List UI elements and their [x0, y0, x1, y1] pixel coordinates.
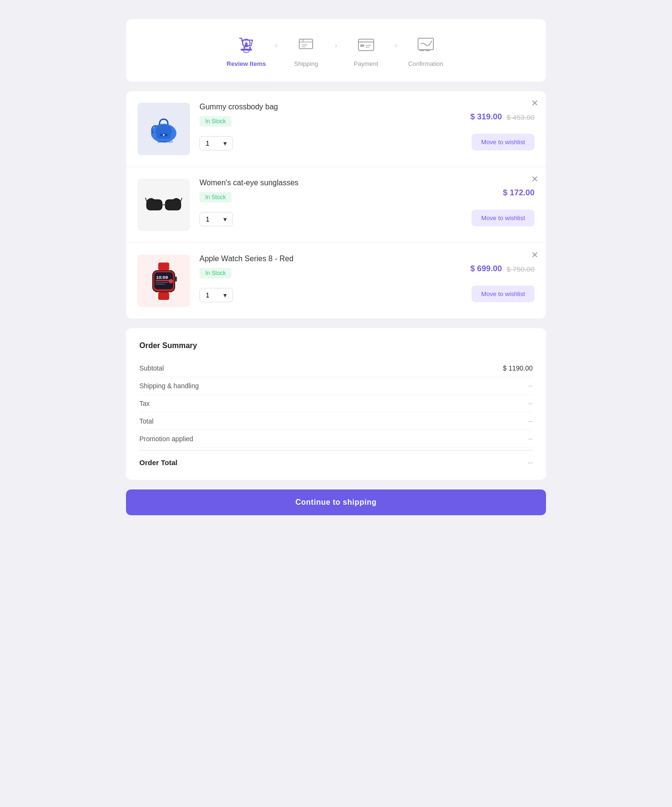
step-payment[interactable]: Payment	[342, 33, 390, 67]
item-1-price-group: $ 319.00 $ 453.00	[470, 112, 535, 122]
item-3-remove-btn[interactable]: ✕	[531, 251, 538, 259]
step-confirmation-label: Confirmation	[408, 60, 443, 67]
svg-rect-7	[360, 44, 364, 47]
svg-rect-26	[175, 276, 177, 282]
item-1-remove-btn[interactable]: ✕	[531, 99, 538, 107]
svg-point-4	[249, 47, 251, 49]
summary-label-total: Total	[139, 417, 154, 425]
summary-row-promotion: Promotion applied --	[139, 430, 533, 448]
order-total-label: Order Total	[139, 458, 178, 467]
cart-item-1: IMPORTED Gummy crossbody bag In Stock 12…	[126, 91, 546, 167]
step-payment-label: Payment	[354, 60, 378, 67]
item-2-name: Women's cat-eye sunglasses	[200, 179, 472, 187]
svg-text:10:09: 10:09	[156, 275, 168, 280]
svg-rect-23	[156, 284, 165, 285]
item-1-details: Gummy crossbody bag In Stock 123 ▾	[200, 103, 470, 150]
item-1-name: Gummy crossbody bag	[200, 103, 470, 111]
summary-value-tax: --	[528, 400, 533, 407]
item-1-wishlist-btn[interactable]: Move to wishlist	[472, 134, 535, 150]
qty-chevron-icon-3: ▾	[223, 291, 227, 299]
summary-label-promotion: Promotion applied	[139, 435, 193, 443]
svg-point-3	[243, 47, 245, 49]
continue-to-shipping-button[interactable]: Continue to shipping	[126, 489, 546, 515]
item-1-image: IMPORTED	[137, 103, 190, 155]
step-review[interactable]: Review Items	[222, 33, 270, 67]
item-3-qty-select[interactable]: 123	[206, 291, 211, 299]
stepper: Review Items › Shipping ›	[126, 19, 546, 82]
order-summary-card: Order Summary Subtotal $ 1190.00 Shippin…	[126, 328, 546, 480]
page-container: Review Items › Shipping ›	[126, 19, 546, 515]
item-1-right: $ 319.00 $ 453.00 Move to wishlist	[470, 103, 535, 150]
item-2-price-group: $ 172.00	[503, 188, 535, 198]
step-shipping[interactable]: Shipping	[282, 33, 330, 67]
summary-label-tax: Tax	[139, 400, 150, 407]
summary-row-subtotal: Subtotal $ 1190.00	[139, 360, 533, 377]
confirmation-icon	[414, 33, 437, 56]
review-icon	[235, 33, 258, 56]
item-3-image: 10:09	[137, 255, 190, 307]
summary-row-total: Total --	[139, 413, 533, 430]
svg-rect-14	[147, 200, 162, 210]
cart-item-3: 10:09 Apple Watch Series 8 - Red In Stoc…	[126, 243, 546, 319]
arrow-2: ›	[335, 41, 337, 50]
item-2-qty-select[interactable]: 123	[206, 215, 211, 223]
summary-value-promotion: --	[528, 435, 533, 443]
item-3-details: Apple Watch Series 8 - Red In Stock 123 …	[200, 255, 470, 302]
item-2-details: Women's cat-eye sunglasses In Stock 123 …	[200, 179, 472, 226]
svg-rect-8	[418, 38, 433, 50]
svg-rect-5	[299, 39, 313, 49]
item-2-remove-btn[interactable]: ✕	[531, 175, 538, 183]
item-1-original-price: $ 453.00	[507, 113, 535, 121]
svg-rect-22	[156, 282, 168, 283]
step-shipping-label: Shipping	[294, 60, 318, 67]
item-3-original-price: $ 750.00	[507, 265, 535, 273]
qty-chevron-icon-2: ▾	[223, 215, 227, 223]
svg-text:IMPORTED: IMPORTED	[158, 140, 173, 143]
cart-item-2: Women's cat-eye sunglasses In Stock 123 …	[126, 167, 546, 243]
item-2-price: $ 172.00	[503, 188, 535, 198]
order-total-value: --	[528, 458, 533, 467]
summary-row-tax: Tax --	[139, 395, 533, 413]
item-2-right: $ 172.00 Move to wishlist	[472, 179, 535, 226]
item-3-price: $ 699.00	[470, 264, 502, 274]
payment-icon	[355, 33, 378, 56]
qty-chevron-icon: ▾	[223, 139, 227, 147]
summary-row-shipping: Shipping & handling --	[139, 377, 533, 395]
step-confirmation[interactable]: Confirmation	[402, 33, 450, 67]
item-1-qty-select[interactable]: 123	[206, 139, 211, 147]
item-3-name: Apple Watch Series 8 - Red	[200, 255, 470, 263]
summary-value-total: --	[528, 417, 533, 425]
svg-rect-15	[166, 200, 181, 210]
item-2-qty[interactable]: 123 ▾	[200, 212, 233, 226]
svg-point-24	[169, 279, 173, 283]
svg-point-12	[163, 134, 165, 136]
summary-label-shipping: Shipping & handling	[139, 382, 199, 390]
order-summary-title: Order Summary	[139, 341, 533, 350]
summary-value-subtotal: $ 1190.00	[503, 364, 533, 372]
item-2-wishlist-btn[interactable]: Move to wishlist	[472, 210, 535, 226]
svg-rect-0	[241, 49, 252, 51]
item-3-wishlist-btn[interactable]: Move to wishlist	[472, 286, 535, 302]
summary-label-subtotal: Subtotal	[139, 364, 164, 372]
item-1-qty[interactable]: 123 ▾	[200, 136, 233, 150]
item-3-qty[interactable]: 123 ▾	[200, 288, 233, 302]
item-2-image	[137, 179, 190, 231]
item-1-status: In Stock	[200, 116, 231, 127]
item-1-price: $ 319.00	[470, 112, 502, 122]
summary-value-shipping: --	[528, 382, 533, 390]
arrow-1: ›	[275, 41, 277, 50]
item-3-price-group: $ 699.00 $ 750.00	[470, 264, 535, 274]
item-3-status: In Stock	[200, 268, 231, 278]
arrow-3: ›	[395, 41, 397, 50]
cart-items-card: IMPORTED Gummy crossbody bag In Stock 12…	[126, 91, 546, 319]
order-total-section: Order Total --	[139, 450, 533, 467]
svg-rect-25	[158, 292, 169, 300]
shipping-icon	[294, 33, 317, 56]
step-review-label: Review Items	[227, 60, 266, 67]
svg-rect-16	[158, 263, 169, 270]
item-3-right: $ 699.00 $ 750.00 Move to wishlist	[470, 255, 535, 302]
item-2-status: In Stock	[200, 192, 231, 202]
